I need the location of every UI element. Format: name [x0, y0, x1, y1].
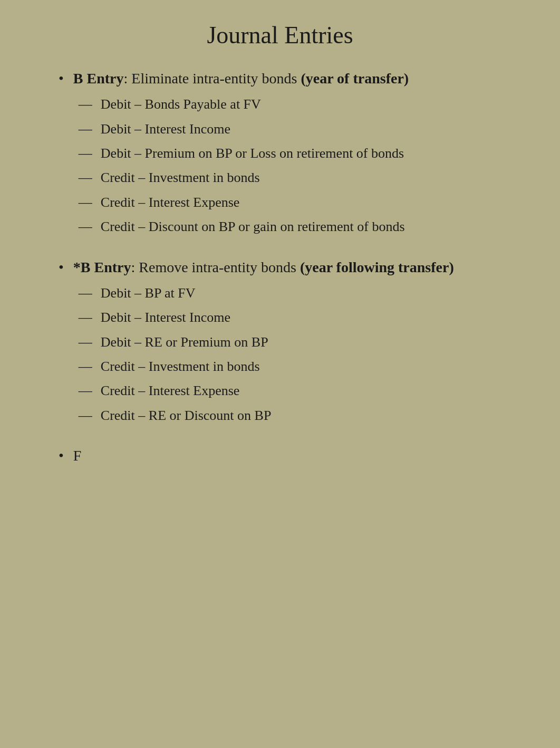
sub-item-text: Debit – RE or Premium on BP: [101, 333, 268, 352]
dash-icon: —: [79, 120, 92, 139]
main-item-b-entry: • B Entry: Eliminate intra-entity bonds …: [59, 68, 501, 242]
f-label: F: [73, 447, 82, 464]
dash-icon: —: [79, 406, 92, 425]
sub-item-text: Credit – Interest Expense: [101, 381, 240, 400]
b-entry-content: B Entry: Eliminate intra-entity bonds (y…: [73, 68, 501, 242]
b-entry-star-content: *B Entry: Remove intra-entity bonds (yea…: [73, 257, 501, 431]
list-item: — Credit – Investment in bonds: [79, 357, 501, 376]
dash-icon: —: [79, 144, 92, 163]
b-entry-year: (year of transfer): [301, 70, 409, 87]
sub-item-text: Credit – Interest Expense: [101, 193, 240, 212]
dash-icon: —: [79, 381, 92, 400]
sub-item-text: Debit – Bonds Payable at FV: [101, 95, 261, 114]
b-entry-star-sub-list: — Debit – BP at FV — Debit – Interest In…: [79, 284, 501, 425]
list-item: — Debit – RE or Premium on BP: [79, 333, 501, 352]
page-title: Journal Entries: [59, 21, 501, 49]
sub-item-text: Debit – Interest Income: [101, 120, 230, 139]
bullet-2: •: [59, 258, 64, 277]
b-entry-colon: : Eliminate intra-entity bonds: [124, 70, 301, 87]
dash-icon: —: [79, 333, 92, 352]
bullet-1: •: [59, 69, 64, 88]
b-entry-label: B Entry: Eliminate intra-entity bonds (y…: [73, 68, 501, 89]
dash-icon: —: [79, 168, 92, 187]
b-entry-star-year: (year following transfer): [300, 259, 454, 275]
list-item: — Debit – BP at FV: [79, 284, 501, 303]
dash-icon: —: [79, 308, 92, 327]
b-entry-sub-list: — Debit – Bonds Payable at FV — Debit – …: [79, 95, 501, 236]
page-container: Journal Entries • B Entry: Eliminate int…: [27, 0, 533, 512]
sub-item-text: Debit – Interest Income: [101, 308, 230, 327]
dash-icon: —: [79, 357, 92, 376]
b-entry-bold: B Entry: [73, 70, 124, 87]
dash-icon: —: [79, 193, 92, 212]
sub-item-text: Credit – Discount on BP or gain on retir…: [101, 217, 405, 236]
list-item: — Credit – Interest Expense: [79, 193, 501, 212]
main-item-f: • F: [59, 445, 501, 466]
f-content: F: [73, 445, 501, 466]
list-item: — Debit – Bonds Payable at FV: [79, 95, 501, 114]
list-item: — Debit – Premium on BP or Loss on retir…: [79, 144, 501, 163]
list-item: — Credit – RE or Discount on BP: [79, 406, 501, 425]
list-item: — Credit – Investment in bonds: [79, 168, 501, 187]
main-item-b-entry-star: • *B Entry: Remove intra-entity bonds (y…: [59, 257, 501, 431]
dash-icon: —: [79, 284, 92, 303]
list-item: — Credit – Discount on BP or gain on ret…: [79, 217, 501, 236]
sub-item-text: Credit – RE or Discount on BP: [101, 406, 272, 425]
bullet-3: •: [59, 446, 64, 465]
dash-icon: —: [79, 217, 92, 236]
dash-icon: —: [79, 95, 92, 114]
list-item: — Debit – Interest Income: [79, 120, 501, 139]
list-item: — Credit – Interest Expense: [79, 381, 501, 400]
b-entry-star-bold: *B Entry: [73, 259, 131, 275]
b-entry-star-colon: : Remove intra-entity bonds: [131, 259, 300, 275]
sub-item-text: Debit – Premium on BP or Loss on retirem…: [101, 144, 404, 163]
sub-item-text: Credit – Investment in bonds: [101, 168, 260, 187]
sub-item-text: Credit – Investment in bonds: [101, 357, 260, 376]
main-list: • B Entry: Eliminate intra-entity bonds …: [59, 68, 501, 466]
list-item: — Debit – Interest Income: [79, 308, 501, 327]
b-entry-star-label: *B Entry: Remove intra-entity bonds (yea…: [73, 257, 501, 277]
sub-item-text: Debit – BP at FV: [101, 284, 196, 303]
